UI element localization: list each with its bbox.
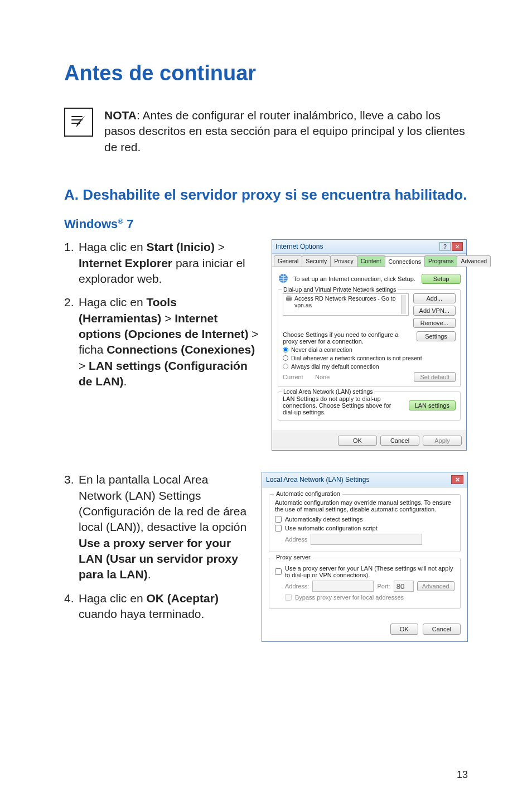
connections-listbox[interactable]: Access RD Network Resources - Go to vpn.… xyxy=(283,293,409,316)
tab-content[interactable]: Content xyxy=(357,255,385,267)
proxy-address-input xyxy=(312,581,374,592)
proxy-address-label: Address: xyxy=(285,583,309,590)
auto-detect-checkbox[interactable] xyxy=(275,516,282,523)
steps-list-b: 3. En la pantalla Local Area Network (LA… xyxy=(64,472,250,622)
proxy-server-legend: Proxy server xyxy=(274,554,313,561)
t: En la pantalla Local Area Network (LAN) … xyxy=(79,473,246,533)
t: Haga clic en xyxy=(79,296,146,308)
t: OK (Aceptar) xyxy=(146,592,219,605)
add-vpn-button[interactable]: Add VPN... xyxy=(413,306,456,316)
t: Start (Inicio) xyxy=(146,240,215,253)
close-icon[interactable]: ✕ xyxy=(451,475,463,484)
list-item[interactable]: Access RD Network Resources - Go to vpn.… xyxy=(294,295,399,308)
use-proxy-checkbox[interactable] xyxy=(275,568,282,575)
proxy-port-input xyxy=(394,581,414,592)
address-label: Address xyxy=(285,536,307,543)
note-body: : Antes de configurar el router inalámbr… xyxy=(104,109,465,153)
lan-settings-dialog: Local Area Network (LAN) Settings ✕ Auto… xyxy=(262,472,468,642)
scrollbar[interactable] xyxy=(401,295,406,314)
radio-always-dial[interactable] xyxy=(283,364,288,369)
note-block: NOTA: Antes de configurar el router inal… xyxy=(64,108,468,155)
apply-button: Apply xyxy=(423,436,462,446)
proxy-port-label: Port: xyxy=(377,583,390,590)
auto-script-checkbox[interactable] xyxy=(275,525,282,532)
lan-settings-button[interactable]: LAN settings xyxy=(409,400,456,410)
section-a-title: A. Deshabilite el servidor proxy si se e… xyxy=(64,186,468,205)
tab-privacy[interactable]: Privacy xyxy=(330,255,357,267)
auto-config-legend: Automatic configuration xyxy=(274,490,342,497)
dialog-title: Local Area Network (LAN) Settings xyxy=(266,476,369,484)
step-number: 3. xyxy=(64,472,79,582)
step-number: 1. xyxy=(64,239,79,287)
advanced-button: Advanced xyxy=(417,581,454,591)
t: LAN settings (Configuración de LAN) xyxy=(79,359,248,388)
setup-text: To set up an Internet connection, click … xyxy=(293,276,417,282)
radio-label: Dial whenever a network connection is no… xyxy=(291,355,422,361)
ok-button[interactable]: OK xyxy=(390,624,418,635)
step-number: 4. xyxy=(64,591,79,622)
set-default-button: Set default xyxy=(414,372,456,382)
t: > xyxy=(161,312,175,325)
script-address-input xyxy=(311,534,422,545)
t: . xyxy=(124,375,127,388)
t: > xyxy=(215,240,225,253)
tab-connections[interactable]: Connections xyxy=(385,256,425,267)
current-value: None xyxy=(315,374,409,380)
dialog-title: Internet Options xyxy=(275,243,323,250)
setup-button[interactable]: Setup xyxy=(422,274,461,284)
checkbox-label: Use a proxy server for your LAN (These s… xyxy=(285,565,454,578)
t: > xyxy=(79,359,89,372)
close-icon[interactable]: ✕ xyxy=(452,242,463,251)
checkbox-label: Use automatic configuration script xyxy=(285,525,378,532)
step-3: 3. En la pantalla Local Area Network (LA… xyxy=(64,472,250,582)
page-number: 13 xyxy=(457,769,468,781)
lan-settings-text: LAN Settings do not apply to dial-up con… xyxy=(283,395,404,416)
lan-settings-legend: Local Area Network (LAN) settings xyxy=(282,388,374,395)
page-title: Antes de continuar xyxy=(64,61,468,85)
dialog-titlebar: Local Area Network (LAN) Settings ✕ xyxy=(262,472,467,487)
help-icon[interactable]: ? xyxy=(439,242,451,251)
settings-button[interactable]: Settings xyxy=(417,331,456,341)
dialog-titlebar: Internet Options ? ✕ xyxy=(272,240,466,254)
tab-advanced[interactable]: Advanced xyxy=(457,255,491,267)
step-2: 2. Haga clic en Tools (Herramientas) > I… xyxy=(64,294,260,389)
step-4: 4. Haga clic en OK (Aceptar) cuando haya… xyxy=(64,591,250,622)
step-1: 1. Haga clic en Start (Inicio) > Interne… xyxy=(64,239,260,287)
current-label: Current xyxy=(283,374,311,380)
remove-button[interactable]: Remove... xyxy=(413,318,456,328)
svg-rect-2 xyxy=(287,296,291,298)
choose-settings-text: Choose Settings if you need to configure… xyxy=(283,331,412,345)
t: . xyxy=(148,568,151,581)
modem-icon xyxy=(286,295,292,303)
tab-general[interactable]: General xyxy=(274,255,302,267)
note-text: NOTA: Antes de configurar el router inal… xyxy=(104,108,468,155)
step-number: 2. xyxy=(64,294,79,389)
windows-7-heading: Windows® 7 xyxy=(64,217,468,231)
radio-never-dial[interactable] xyxy=(283,347,288,352)
t: Haga clic en xyxy=(79,240,146,253)
t: Internet Explorer xyxy=(79,257,172,269)
globe-icon xyxy=(278,273,289,285)
add-button[interactable]: Add... xyxy=(413,293,456,303)
radio-label: Always dial my default connection xyxy=(291,363,379,370)
t: Use a proxy server for your LAN (Usar un… xyxy=(79,537,238,581)
note-icon xyxy=(64,108,93,137)
dvpn-legend: Dial-up and Virtual Private Network sett… xyxy=(282,286,398,293)
tab-programs[interactable]: Programs xyxy=(424,255,458,267)
t: Connections (Conexiones) xyxy=(107,343,255,356)
t: Haga clic en xyxy=(79,592,146,605)
tabs: General Security Privacy Content Connect… xyxy=(272,254,466,267)
checkbox-label: Automatically detect settings xyxy=(285,516,362,523)
radio-label: Never dial a connection xyxy=(291,346,352,353)
tab-security[interactable]: Security xyxy=(302,255,331,267)
steps-list-a: 1. Haga clic en Start (Inicio) > Interne… xyxy=(64,239,260,389)
cancel-button[interactable]: Cancel xyxy=(380,436,419,446)
internet-options-dialog: Internet Options ? ✕ General Security Pr… xyxy=(272,239,467,451)
cancel-button[interactable]: Cancel xyxy=(423,624,461,635)
note-label: NOTA xyxy=(104,109,137,122)
checkbox-label: Bypass proxy server for local addresses xyxy=(295,594,404,601)
bypass-proxy-checkbox xyxy=(285,594,292,601)
ok-button[interactable]: OK xyxy=(338,436,377,446)
radio-dial-whenever[interactable] xyxy=(283,355,288,361)
t: cuando haya terminado. xyxy=(79,607,204,620)
